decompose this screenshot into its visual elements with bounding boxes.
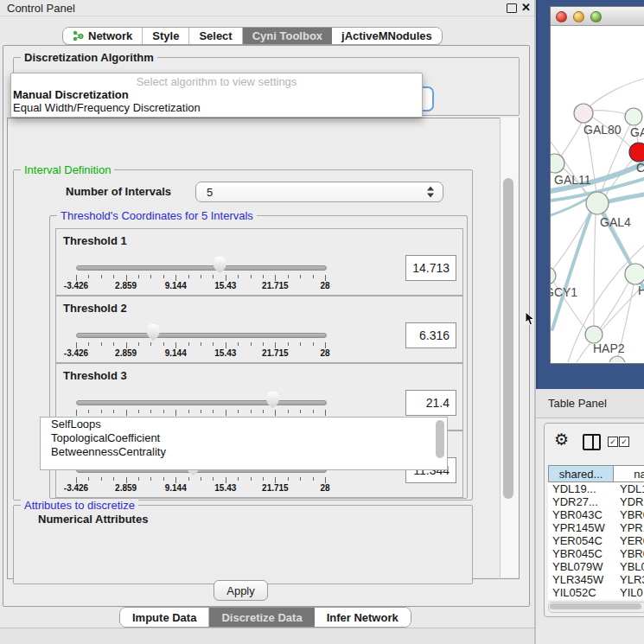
top-tab-bar: NetworkStyleSelectCyni ToolboxjActiveMNo… xyxy=(62,27,443,45)
slider-tick-label: 21.715 xyxy=(262,348,289,358)
network-node-hap2[interactable] xyxy=(585,326,603,343)
column-header-name[interactable]: name xyxy=(614,465,644,482)
slider-thumb[interactable] xyxy=(147,324,160,341)
vertical-scrollbar-thumb[interactable] xyxy=(503,178,513,499)
gear-icon[interactable]: ⚙ xyxy=(554,431,569,448)
network-node-gal11[interactable] xyxy=(551,154,564,173)
apply-button[interactable]: Apply xyxy=(214,580,268,601)
threshold-value-field[interactable]: 6.316 xyxy=(405,322,456,348)
table-row[interactable]: YDL19...YDL1 xyxy=(548,482,644,495)
slider-tick xyxy=(101,410,102,413)
slider-tick-label: -3.426 xyxy=(64,348,88,358)
column-header-shared-name[interactable]: shared... xyxy=(548,465,614,482)
table-row[interactable]: YBR043CYBR0 xyxy=(548,508,644,521)
group-title-discretization-algorithm: Discretization Algorithm xyxy=(21,51,157,64)
network-edge[interactable] xyxy=(594,214,596,326)
number-of-intervals-combobox[interactable]: 5 xyxy=(195,182,443,202)
network-edge-thick[interactable] xyxy=(552,214,590,329)
numerical-attributes-list[interactable]: SelfLoopsTopologicalCoefficientBetweenne… xyxy=(40,417,448,470)
slider-track[interactable] xyxy=(76,333,327,338)
table-row[interactable]: YER054CYER0 xyxy=(548,534,644,547)
horizontal-scrollbar[interactable] xyxy=(548,602,644,613)
tab-cyni-toolbox[interactable]: Cyni Toolbox xyxy=(243,28,332,44)
slider-tick xyxy=(226,477,226,483)
network-canvas[interactable]: GAL80GACGAL11GAL4GCY1HHAP2 xyxy=(551,25,644,362)
network-node-gal4[interactable] xyxy=(586,192,609,214)
slider-tick xyxy=(126,342,127,348)
network-node-c[interactable] xyxy=(629,143,644,162)
minimize-traffic-light-icon[interactable] xyxy=(573,11,584,22)
tab-label: jActiveMNodules xyxy=(341,29,432,42)
network-node-gal80[interactable] xyxy=(574,104,593,123)
attribute-list-item[interactable]: BetweennessCentrality xyxy=(41,445,447,459)
threshold-label: Threshold 3 xyxy=(63,369,127,382)
slider-tick-label: 9.144 xyxy=(165,483,187,493)
table-panel-header: Table Panel xyxy=(536,389,644,418)
table-row[interactable]: YLR345WYLR3 xyxy=(548,573,644,586)
checkbox-icon[interactable]: ✓ xyxy=(608,437,618,447)
attribute-list-item[interactable]: SelfLoops xyxy=(41,418,447,431)
slider-tick xyxy=(76,342,77,348)
tab-select[interactable]: Select xyxy=(189,28,242,44)
float-window-icon[interactable] xyxy=(507,3,517,13)
slider-tick xyxy=(313,477,314,481)
network-node[interactable] xyxy=(609,356,625,362)
tab-network[interactable]: Network xyxy=(63,28,143,44)
dropdown-item[interactable]: Manual Discretization xyxy=(11,88,422,101)
slider-thumb[interactable] xyxy=(214,257,226,273)
network-edge[interactable] xyxy=(592,111,626,114)
dropdown-item[interactable]: Equal Width/Frequency Discretization xyxy=(11,101,422,114)
attributes-list-scrollbar-thumb[interactable] xyxy=(436,420,444,458)
attribute-list-item[interactable]: TopologicalCoefficient xyxy=(41,431,447,445)
slider-track[interactable] xyxy=(76,265,327,271)
network-node-label: GCY1 xyxy=(551,285,577,299)
slider-tick xyxy=(175,477,176,483)
slider-tick xyxy=(101,275,102,278)
slider-tick xyxy=(325,410,326,416)
table-row[interactable]: YPR145WYPR1 xyxy=(548,521,644,534)
slider-tick xyxy=(288,275,289,278)
table-cell: YBL079W xyxy=(548,560,614,573)
slider-tick xyxy=(201,410,201,413)
slider-thumb[interactable] xyxy=(266,392,279,408)
threshold-value-field[interactable]: 14.713 xyxy=(405,255,456,281)
slider-tick xyxy=(150,275,151,278)
table-row[interactable]: YDR27...YDR2 xyxy=(548,495,644,508)
network-node-label: C xyxy=(636,161,644,175)
checkbox-icon[interactable]: ✓ xyxy=(619,437,629,447)
network-node-ga[interactable] xyxy=(625,108,642,125)
tab-jactivemnodules[interactable]: jActiveMNodules xyxy=(332,28,442,44)
slider-track[interactable] xyxy=(76,400,327,405)
close-traffic-light-icon[interactable] xyxy=(556,11,567,22)
network-edge[interactable] xyxy=(559,122,582,159)
network-icon xyxy=(73,30,84,41)
group-title-attributes: Attributes to discretize xyxy=(21,499,138,512)
network-edge[interactable] xyxy=(553,213,590,269)
slider-tick xyxy=(313,342,314,346)
network-window-titlebar[interactable] xyxy=(551,7,644,26)
tab-impute-data[interactable]: Impute Data xyxy=(120,608,209,627)
slider-tick xyxy=(101,477,102,481)
screen: { "window": { "title": "Control Panel" }… xyxy=(0,0,644,644)
columns-icon[interactable] xyxy=(583,434,601,450)
tab-discretize-data[interactable]: Discretize Data xyxy=(209,608,314,627)
network-node-h[interactable] xyxy=(625,264,644,284)
tab-infer-network[interactable]: Infer Network xyxy=(315,608,411,627)
horizontal-scrollbar-thumb[interactable] xyxy=(550,603,641,609)
table-cell: YDL19... xyxy=(548,482,614,495)
slider-tick xyxy=(113,342,114,346)
tab-style[interactable]: Style xyxy=(143,28,189,44)
slider-tick xyxy=(275,410,276,416)
network-edge[interactable] xyxy=(587,79,644,109)
table-row[interactable]: YBR045CYBR0 xyxy=(548,547,644,560)
slider-tick xyxy=(263,342,264,346)
close-icon[interactable]: ✕ xyxy=(521,1,531,14)
network-node-gcy1[interactable] xyxy=(551,267,556,284)
threshold-value-field[interactable]: 21.4 xyxy=(405,390,456,416)
table-row[interactable]: YIL052CYIL0 xyxy=(548,586,644,599)
threshold-label: Threshold 2 xyxy=(63,302,127,315)
table-cell: YDR27... xyxy=(548,495,614,508)
table-row[interactable]: YBL079WYBL0 xyxy=(548,560,644,573)
table-cell: YBR0 xyxy=(614,547,644,560)
zoom-traffic-light-icon[interactable] xyxy=(590,11,602,22)
